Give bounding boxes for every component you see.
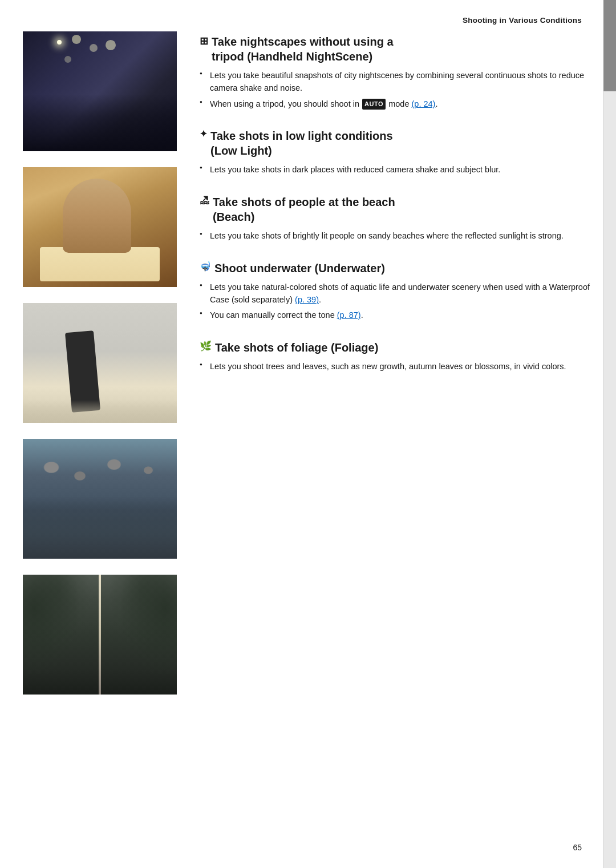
lowlight-bullets: Lets you take shots in dark places with … [200,164,593,176]
lowlight-bullet-1: Lets you take shots in dark places with … [200,164,593,176]
beach-bullet-1: Lets you take shots of brightly lit peop… [200,230,593,243]
page-header: Shooting in Various Conditions [463,16,582,25]
page-container: Shooting in Various Conditions ⊞ Take ni… [0,0,616,868]
section-lowlight: ✦ Take shots in low light conditions(Low… [200,128,593,176]
link-p24[interactable]: (p. 24) [412,99,436,108]
section-nightscapes: ⊞ Take nightscapes without using atripod… [200,31,593,110]
lowlight-title-text: Take shots in low light conditions(Low L… [210,128,393,158]
header-title: Shooting in Various Conditions [463,16,582,25]
nightscapes-title: ⊞ Take nightscapes without using atripod… [200,34,593,64]
foliage-bullet-1: Lets you shoot trees and leaves, such as… [200,361,593,373]
foliage-icon: 🌿 [200,340,212,353]
auto-badge: AUTO [362,99,386,110]
photo-nightscapes [23,31,177,151]
main-content: ⊞ Take nightscapes without using atripod… [23,31,593,834]
foliage-title-text: Take shots of foliage (Foliage) [215,340,378,355]
nightscapes-bullet-2-text: When using a tripod, you should shoot in… [210,99,437,108]
section-underwater: 🤿 Shoot underwater (Underwater) Lets you… [200,261,593,322]
photos-column [23,31,183,710]
photo-beach [23,303,177,423]
nightscapes-bullet-2: When using a tripod, you should shoot in… [200,98,593,111]
nightscapes-bullets: Lets you take beautiful snapshots of cit… [200,70,593,110]
section-beach: 🏖 Take shots of people at the beach(Beac… [200,195,593,243]
page-number: 65 [573,843,582,852]
underwater-icon: 🤿 [200,261,211,273]
beach-bullets: Lets you take shots of brightly lit peop… [200,230,593,243]
underwater-bullets: Lets you take natural-colored shots of a… [200,281,593,322]
side-scrollbar [603,0,616,868]
link-p87[interactable]: (p. 87) [337,310,361,320]
underwater-bullet-2-text: You can manually correct the tone (p. 87… [210,310,363,320]
foliage-bullets: Lets you shoot trees and leaves, such as… [200,361,593,373]
underwater-bullet-2: You can manually correct the tone (p. 87… [200,309,593,322]
underwater-bullet-1: Lets you take natural-colored shots of a… [200,281,593,306]
lowlight-title: ✦ Take shots in low light conditions(Low… [200,128,593,158]
underwater-title: 🤿 Shoot underwater (Underwater) [200,261,593,276]
section-foliage: 🌿 Take shots of foliage (Foliage) Lets y… [200,340,593,373]
nightscapes-bullet-1-text: Lets you take beautiful snapshots of cit… [210,71,584,92]
lowlight-bullet-1-text: Lets you take shots in dark places with … [210,165,500,174]
text-column: ⊞ Take nightscapes without using atripod… [200,31,593,391]
link-p39[interactable]: (p. 39) [295,295,319,304]
lowlight-icon: ✦ [200,128,207,140]
side-scrollbar-active [603,0,616,91]
photo-foliage [23,575,177,695]
beach-title-text: Take shots of people at the beach(Beach) [213,195,395,224]
photo-lowlight [23,167,177,287]
nightscapes-bullet-1: Lets you take beautiful snapshots of cit… [200,70,593,95]
foliage-bullet-1-text: Lets you shoot trees and leaves, such as… [210,362,566,371]
beach-icon: 🏖 [200,195,209,207]
underwater-title-text: Shoot underwater (Underwater) [214,261,385,276]
photo-underwater [23,439,177,559]
nightscapes-title-text: Take nightscapes without using atripod (… [212,34,394,64]
beach-bullet-1-text: Lets you take shots of brightly lit peop… [210,231,564,240]
nightscapes-icon: ⊞ [200,35,208,48]
beach-title: 🏖 Take shots of people at the beach(Beac… [200,195,593,224]
underwater-bullet-1-text: Lets you take natural-colored shots of a… [210,282,590,304]
foliage-title: 🌿 Take shots of foliage (Foliage) [200,340,593,355]
